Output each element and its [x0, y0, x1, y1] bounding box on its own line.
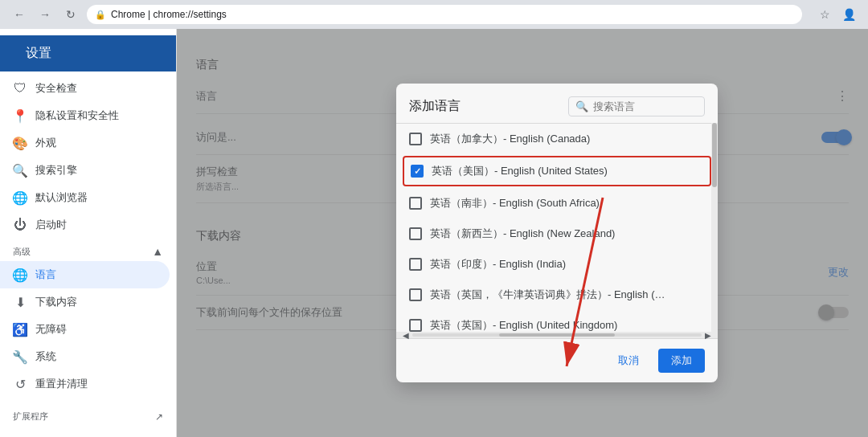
sidebar-label-startup: 启动时 — [35, 218, 67, 232]
address-bar[interactable]: 🔒 Chrome | chrome://settings — [87, 5, 802, 24]
sidebar-item-downloads[interactable]: ⬇ 下载内容 — [0, 288, 170, 316]
language-list: 英语（加拿大）- English (Canada) 英语（美国）- Englis… — [396, 123, 718, 332]
sidebar-label-browser: 默认浏览器 — [35, 190, 88, 205]
lang-checkbox-en-gb[interactable] — [409, 319, 422, 332]
top-bar: ← → ↻ 🔒 Chrome | chrome://settings ☆ 👤 — [0, 0, 868, 29]
sidebar-item-system[interactable]: 🔧 系统 — [0, 343, 170, 370]
sidebar-item-privacy[interactable]: 📍 隐私设置和安全性 — [0, 102, 170, 129]
extensions-label: 扩展程序 ↗ — [0, 404, 176, 426]
language-search-box[interactable]: 🔍 — [568, 96, 705, 116]
sidebar-item-startup[interactable]: ⏻ 启动时 — [0, 211, 170, 239]
sidebar-item-accessibility[interactable]: ♿ 无障碍 — [0, 316, 170, 343]
sidebar-label-privacy: 隐私设置和安全性 — [35, 108, 119, 123]
sidebar-item-reset[interactable]: ↺ 重置并清理 — [0, 370, 170, 398]
browser-icon: 🌐 — [13, 190, 27, 205]
sidebar-item-language[interactable]: 🌐 语言 — [0, 261, 170, 288]
list-item[interactable]: 英语（加拿大）- English (Canada) — [396, 124, 718, 154]
main-layout: 设置 🛡 安全检查 📍 隐私设置和安全性 🎨 外观 🔍 搜索引擎 🌐 默认浏览器… — [0, 29, 868, 437]
sidebar: 设置 🛡 安全检查 📍 隐私设置和安全性 🎨 外观 🔍 搜索引擎 🌐 默认浏览器… — [0, 29, 177, 437]
sidebar-item-appearance[interactable]: 🎨 外观 — [0, 129, 170, 157]
lang-checkbox-en-gb-oxford[interactable] — [409, 288, 422, 301]
lock-icon: 🔒 — [95, 10, 106, 20]
downloads-icon: ⬇ — [13, 295, 27, 309]
list-item[interactable]: 英语（新西兰）- English (New Zealand) — [396, 218, 718, 249]
add-language-dialog: 添加语言 🔍 英语（加拿大）- English (Canada) — [396, 84, 718, 382]
privacy-icon: 📍 — [13, 108, 27, 123]
search-engine-icon: 🔍 — [13, 163, 27, 178]
sidebar-label-appearance: 外观 — [35, 136, 56, 150]
back-button[interactable]: ← — [10, 5, 29, 24]
lang-label-en-nz: 英语（新西兰）- English (New Zealand) — [430, 227, 615, 241]
shield-icon: 🛡 — [13, 81, 27, 96]
sidebar-title: 设置 — [13, 39, 64, 69]
lang-label-en-gb-oxford: 英语（英国，《牛津英语词典》拼法）- English (United Kingd… — [430, 288, 671, 302]
lang-label-en-us: 英语（美国）- English (United States) — [432, 164, 608, 178]
language-icon: 🌐 — [13, 268, 27, 282]
accessibility-icon: ♿ — [13, 322, 27, 337]
search-icon: 🔍 — [575, 100, 588, 112]
star-button[interactable]: ☆ — [815, 5, 834, 24]
lang-checkbox-en-in[interactable] — [409, 258, 422, 271]
lang-checkbox-en-ca[interactable] — [409, 133, 422, 145]
list-item[interactable]: 英语（印度）- English (India) — [396, 249, 718, 280]
cancel-button[interactable]: 取消 — [605, 349, 652, 373]
url-text: Chrome | chrome://settings — [111, 9, 227, 20]
content-area: 语言 语言 ⋮ 访问是... 拼写检查 所选语言... — [177, 29, 868, 437]
sidebar-label-reset: 重置并清理 — [35, 377, 88, 391]
lang-label-en-in: 英语（印度）- English (India) — [430, 257, 566, 272]
account-button[interactable]: 👤 — [839, 5, 858, 24]
sidebar-label-language: 语言 — [35, 268, 56, 282]
sidebar-label-security: 安全检查 — [35, 81, 77, 96]
horiz-scroll-thumb — [499, 333, 615, 337]
reset-icon: ↺ — [13, 377, 27, 391]
list-item[interactable]: 英语（英国）- English (United Kingdom) — [396, 310, 718, 332]
appearance-icon: 🎨 — [13, 136, 27, 150]
lang-label-en-ca: 英语（加拿大）- English (Canada) — [430, 132, 590, 146]
external-link-icon: ↗ — [155, 411, 163, 423]
lang-checkbox-en-za[interactable] — [409, 197, 422, 210]
system-icon: 🔧 — [13, 349, 27, 364]
lang-label-en-gb: 英语（英国）- English (United Kingdom) — [430, 318, 617, 332]
dialog-title: 添加语言 — [409, 98, 461, 115]
horiz-scroll-track — [412, 333, 702, 337]
lang-checkbox-en-nz[interactable] — [409, 227, 422, 240]
dialog-footer: 取消 添加 — [396, 338, 718, 382]
sidebar-label-search: 搜索引擎 — [35, 163, 77, 178]
sidebar-label-accessibility: 无障碍 — [35, 322, 67, 337]
forward-button[interactable]: → — [35, 5, 55, 24]
add-button[interactable]: 添加 — [658, 349, 705, 373]
lang-list-wrapper: 英语（加拿大）- English (Canada) 英语（美国）- Englis… — [396, 123, 718, 332]
sidebar-label-downloads: 下载内容 — [35, 295, 77, 309]
list-item[interactable]: 英语（南非）- English (South Africa) — [396, 188, 718, 218]
startup-icon: ⏻ — [13, 218, 27, 232]
language-search-input[interactable] — [593, 100, 698, 112]
scrollbar-thumb — [712, 123, 717, 187]
top-bar-right: ☆ 👤 — [815, 5, 858, 24]
sidebar-label-system: 系统 — [35, 349, 56, 364]
horizontal-scrollbar[interactable]: ◀ ▶ — [396, 332, 718, 338]
lang-label-en-za: 英语（南非）- English (South Africa) — [430, 196, 600, 210]
sidebar-item-search[interactable]: 🔍 搜索引擎 — [0, 157, 170, 184]
refresh-button[interactable]: ↻ — [61, 5, 80, 24]
sidebar-item-security[interactable]: 🛡 安全检查 — [0, 75, 170, 102]
advanced-arrow-icon: ▲ — [152, 245, 163, 258]
sidebar-item-about[interactable]: 关于 Chrome — [0, 429, 170, 437]
list-item[interactable]: 英语（美国）- English (United States) — [403, 156, 711, 186]
dialog-header: 添加语言 🔍 — [396, 84, 718, 123]
list-scrollbar[interactable] — [711, 123, 718, 332]
sidebar-item-browser[interactable]: 🌐 默认浏览器 — [0, 184, 170, 211]
lang-checkbox-en-us[interactable] — [411, 165, 424, 178]
advanced-section-label: 高级 ▲ — [0, 239, 176, 261]
list-item[interactable]: 英语（英国，《牛津英语词典》拼法）- English (United Kingd… — [396, 280, 718, 310]
